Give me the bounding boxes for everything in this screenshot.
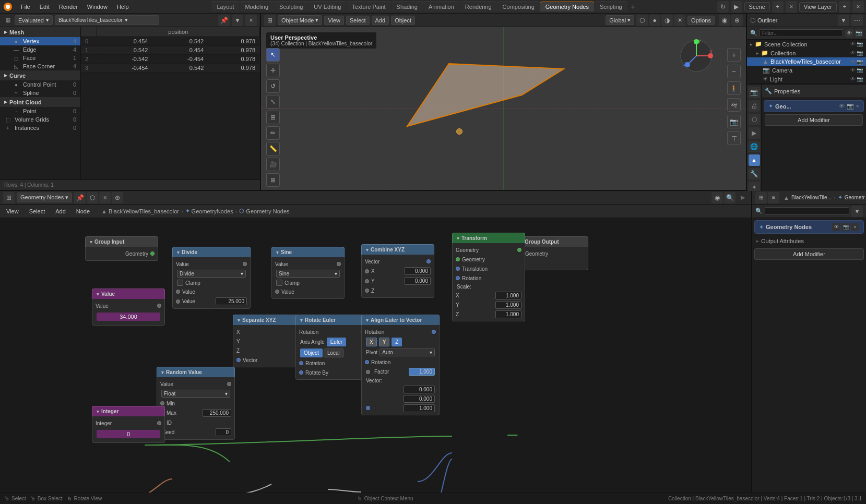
tool-camera[interactable]: 🎥 <box>266 158 280 171</box>
node-align-euler[interactable]: ▾ Align Euler to Vector Rotation X Y Z <box>361 315 440 415</box>
sep-vector-in[interactable] <box>236 358 241 362</box>
tab-modeling[interactable]: Modeling <box>240 2 274 11</box>
nav-zoom-in[interactable]: + <box>727 48 741 62</box>
transform-geo-out[interactable] <box>517 248 521 252</box>
nrp-item-vis[interactable]: 👁 <box>832 223 840 231</box>
rotate-object-btn[interactable]: Object <box>300 349 323 357</box>
point-cloud-group-header[interactable]: ▸Point Cloud <box>0 97 80 107</box>
view-layer-add-icon[interactable]: + <box>839 1 850 13</box>
breadcrumb-node-group[interactable]: ⬡ Geometry Nodes <box>239 208 289 214</box>
transform-geo-in[interactable] <box>456 257 460 261</box>
outliner-options[interactable]: ⋯ <box>851 15 863 26</box>
menu-render[interactable]: Render <box>55 3 82 11</box>
options-menu[interactable]: Options <box>687 16 715 25</box>
modifier-header[interactable]: ✦ Geo... 👁 📷 × <box>764 101 863 112</box>
menu-edit[interactable]: Edit <box>35 3 54 11</box>
tab-rendering[interactable]: Rendering <box>460 2 497 11</box>
node-group-input[interactable]: ▾ Group Input Geometry <box>85 236 158 261</box>
node-overlay-icon[interactable]: ◉ <box>711 192 723 203</box>
breadcrumb-modifier[interactable]: ✦ GeometryNodes <box>185 208 233 214</box>
rotate-local-btn[interactable]: Local <box>324 349 343 357</box>
solid-icon[interactable]: ● <box>649 15 660 26</box>
curve-group-header[interactable]: ▸Curve <box>0 70 80 80</box>
vis-icon[interactable]: 👁 <box>850 41 856 47</box>
align-vector-socket[interactable] <box>366 406 370 410</box>
filter-spline[interactable]: ~ Spline 0 <box>0 89 80 97</box>
node-separate-xyz[interactable]: ▾ Separate XYZ X Y Z <box>233 315 306 367</box>
align-z-btn[interactable]: Z <box>392 338 402 346</box>
node-transform[interactable]: ▾ Transform Geometry Geometry <box>452 233 525 321</box>
tool-rotate[interactable]: ↺ <box>266 79 280 93</box>
combine-y-input[interactable] <box>405 277 431 285</box>
gizmo-icon[interactable]: ⊕ <box>731 15 743 26</box>
close-spreadsheet-icon[interactable]: × <box>245 15 257 26</box>
combine-z-socket[interactable] <box>365 289 369 293</box>
divide-clamp-checkbox[interactable]: Clamp <box>173 279 250 287</box>
node-close-icon[interactable]: × <box>99 192 111 203</box>
random-seed-input[interactable] <box>216 428 231 436</box>
filter-icon[interactable]: ▼ <box>232 15 243 26</box>
outliner-light-item[interactable]: ☀ Light 👁 📷 <box>747 75 866 83</box>
menu-help[interactable]: Help <box>113 3 133 11</box>
transform-scale-y[interactable] <box>495 301 521 309</box>
nav-top[interactable]: ⊤ <box>727 131 741 145</box>
evaluated-dropdown[interactable]: Evaluated ▾ <box>15 15 53 25</box>
sine-clamp-checkbox[interactable]: Clamp <box>272 279 344 287</box>
nrp-search-input[interactable] <box>765 207 849 215</box>
camera-vis-icon[interactable]: 👁 <box>850 67 856 73</box>
node-zoom-icon[interactable]: 🔍 <box>724 192 735 203</box>
nrp-geo-nodes-header[interactable]: ✦ Geometry Nodes 👁 📷 × <box>755 221 863 233</box>
mesh-vis-icon[interactable]: 👁 <box>850 59 856 65</box>
node-random-value[interactable]: ▾ Random Value Value Float▾ M <box>157 367 235 440</box>
tab-animation[interactable]: Animation <box>423 2 459 11</box>
align-x-btn[interactable]: X <box>366 338 377 346</box>
collection-render-icon[interactable]: 📷 <box>857 50 863 56</box>
random-max-input[interactable] <box>203 409 231 417</box>
combine-x-socket[interactable] <box>365 269 369 273</box>
prop-modifier-icon[interactable]: 🔧 <box>749 168 760 179</box>
nav-zoom-out[interactable]: − <box>727 65 741 78</box>
align-vec-z[interactable] <box>404 404 435 412</box>
select-menu[interactable]: Select <box>346 16 370 25</box>
menu-file[interactable]: File <box>17 3 34 11</box>
view-layer-remove-icon[interactable]: × <box>852 1 864 13</box>
nrp-menu-icon[interactable]: ≡ <box>768 192 779 203</box>
align-factor-input[interactable] <box>409 368 435 376</box>
random-value-out[interactable] <box>227 382 231 386</box>
wireframe-icon[interactable]: ⬡ <box>636 15 648 26</box>
breadcrumb-mesh[interactable]: ▲ BlackYellowTiles_basecolor <box>101 208 179 214</box>
mesh-group-header[interactable]: ▸Mesh <box>0 27 80 37</box>
filter-edge[interactable]: — Edge 4 <box>0 45 80 54</box>
node-integer[interactable]: ▾ Integer Integer 0 <box>92 406 165 443</box>
node-group-icon[interactable]: ⬡ <box>87 192 98 203</box>
tool-cursor[interactable]: ↖ <box>266 48 280 62</box>
camera-render-icon[interactable]: 📷 <box>857 67 863 73</box>
transform-scale-x[interactable] <box>495 292 521 299</box>
clamp-checkbox[interactable] <box>177 280 183 286</box>
outliner-collection[interactable]: ▸ 📁 Collection 👁 📷 <box>747 49 866 57</box>
align-factor-socket[interactable] <box>366 370 370 374</box>
transform-scale-z[interactable] <box>495 310 521 318</box>
prop-view-layer-icon[interactable]: ⬡ <box>749 114 760 125</box>
node-combine-xyz[interactable]: ▾ Combine XYZ Vector X <box>361 244 434 298</box>
value-field[interactable]: 34.000 <box>97 313 160 321</box>
combine-x-input[interactable] <box>405 267 431 275</box>
nrp-item-close[interactable]: × <box>851 223 859 231</box>
tool-measure[interactable]: 📏 <box>266 142 280 155</box>
nrp-add-modifier-btn[interactable]: Add Modifier <box>754 248 864 260</box>
combine-y-socket[interactable] <box>365 279 369 283</box>
object-mode-select[interactable]: Object Mode ▾ <box>278 15 322 25</box>
viewport-canvas[interactable]: User Perspective (34) Collection | Black… <box>261 27 746 190</box>
tab-texture-paint[interactable]: Texture Paint <box>347 2 390 11</box>
col-position[interactable]: position <box>97 27 260 37</box>
scene-selector[interactable]: Scene <box>744 2 770 11</box>
mod-show-render-icon[interactable]: 📷 <box>847 103 854 110</box>
transform-rotation-socket[interactable] <box>456 276 460 280</box>
nav-fly[interactable]: 🛩 <box>727 98 741 112</box>
node-pin-icon[interactable]: 📌 <box>74 192 86 203</box>
sine-output-socket[interactable] <box>337 262 341 266</box>
tab-sculpting[interactable]: Sculpting <box>274 2 308 11</box>
gizmo-svg[interactable]: X Y Z <box>678 38 715 74</box>
align-rotation-in[interactable] <box>365 360 369 364</box>
tab-compositing[interactable]: Compositing <box>497 2 540 11</box>
